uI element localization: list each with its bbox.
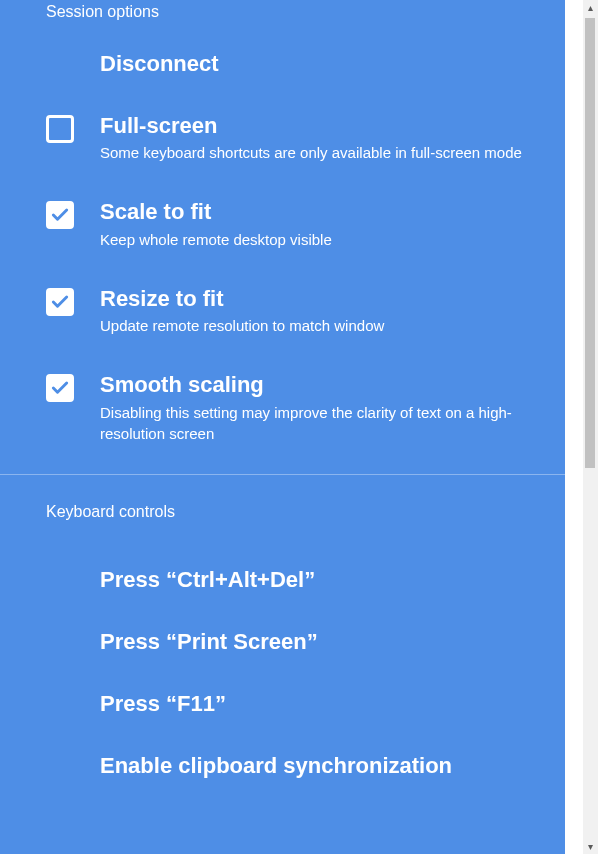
resize-checkbox[interactable] (46, 288, 74, 316)
fullscreen-desc: Some keyboard shortcuts are only availab… (100, 142, 545, 163)
fullscreen-checkbox[interactable] (46, 115, 74, 143)
smooth-desc: Disabling this setting may improve the c… (100, 402, 545, 444)
scroll-up-arrow-icon[interactable]: ▴ (583, 0, 598, 15)
session-options-section: Session options Disconnect Full-screen S… (0, 0, 565, 474)
f11-label: Press “F11” (100, 691, 226, 717)
disconnect-label: Disconnect (100, 51, 219, 77)
resize-to-fit-option[interactable]: Resize to fit Update remote resolution t… (0, 286, 565, 372)
print-screen-label: Press “Print Screen” (100, 629, 318, 655)
scale-to-fit-option[interactable]: Scale to fit Keep whole remote desktop v… (0, 199, 565, 285)
keyboard-controls-header: Keyboard controls (0, 475, 565, 549)
smooth-scaling-option[interactable]: Smooth scaling Disabling this setting ma… (0, 372, 565, 473)
smooth-label: Smooth scaling (100, 372, 545, 401)
scroll-down-arrow-icon[interactable]: ▾ (583, 839, 598, 854)
panel-gap (565, 0, 583, 854)
session-options-header: Session options (0, 0, 565, 43)
check-icon (50, 378, 70, 398)
ctrl-alt-del-label: Press “Ctrl+Alt+Del” (100, 567, 315, 593)
press-print-screen-button[interactable]: Press “Print Screen” (0, 611, 565, 673)
press-ctrl-alt-del-button[interactable]: Press “Ctrl+Alt+Del” (0, 549, 565, 611)
scale-label: Scale to fit (100, 199, 545, 228)
enable-clipboard-sync-button[interactable]: Enable clipboard synchronization (0, 735, 565, 797)
disconnect-button[interactable]: Disconnect (0, 43, 565, 113)
scale-checkbox[interactable] (46, 201, 74, 229)
fullscreen-option[interactable]: Full-screen Some keyboard shortcuts are … (0, 113, 565, 199)
check-icon (50, 292, 70, 312)
scrollbar-track[interactable]: ▴ ▾ (583, 0, 598, 854)
scrollbar-thumb[interactable] (585, 18, 595, 468)
press-f11-button[interactable]: Press “F11” (0, 673, 565, 735)
smooth-checkbox[interactable] (46, 374, 74, 402)
keyboard-controls-section: Keyboard controls Press “Ctrl+Alt+Del” P… (0, 475, 565, 797)
options-panel: Session options Disconnect Full-screen S… (0, 0, 565, 854)
scale-desc: Keep whole remote desktop visible (100, 229, 545, 250)
resize-label: Resize to fit (100, 286, 545, 315)
resize-desc: Update remote resolution to match window (100, 315, 545, 336)
clipboard-label: Enable clipboard synchronization (100, 753, 452, 779)
check-icon (50, 205, 70, 225)
fullscreen-label: Full-screen (100, 113, 545, 142)
